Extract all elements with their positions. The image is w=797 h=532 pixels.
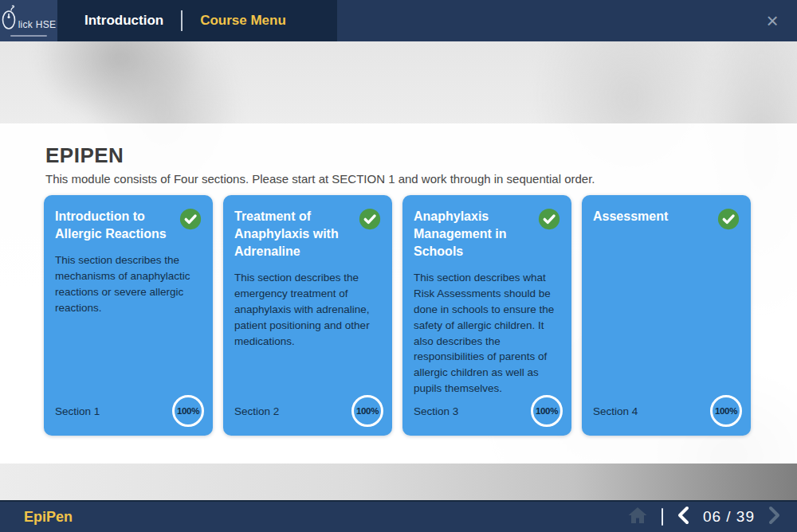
page-title: EPIPEN <box>45 143 124 168</box>
section-card-1[interactable]: Introduction to Allergic Reactions This … <box>44 195 213 436</box>
close-icon: × <box>766 10 778 31</box>
progress-value: 100% <box>356 406 379 416</box>
section-card-2[interactable]: Treatment of Anaphylaxis with Adrenaline… <box>223 195 392 436</box>
section-label: Section 3 <box>414 405 458 417</box>
page-subtitle: This module consists of Four sections. P… <box>45 172 595 186</box>
computer-mouse-icon <box>2 5 18 33</box>
chevron-left-icon <box>677 506 689 528</box>
header-spacer <box>337 0 748 41</box>
close-button[interactable]: × <box>748 0 797 41</box>
check-circle-icon <box>717 208 740 230</box>
top-bar: lick HSE Introduction Course Menu × <box>0 0 797 41</box>
progress-value: 100% <box>536 406 558 416</box>
home-icon <box>627 506 648 528</box>
course-label: EpiPen <box>24 509 73 526</box>
logo-text: lick HSE <box>18 19 57 33</box>
header-tabs: Introduction Course Menu <box>57 0 337 41</box>
card-title: Treatment of Anaphylaxis with Adrenaline <box>234 208 355 260</box>
card-title: Assessment <box>593 208 714 225</box>
progress-badge: 100% <box>710 395 742 427</box>
bottom-bar: EpiPen 06 / 39 <box>0 500 797 532</box>
previous-page-button[interactable] <box>677 506 689 528</box>
progress-badge: 100% <box>531 395 563 427</box>
card-title: Introduction to Allergic Reactions <box>55 208 176 243</box>
card-description: This section describes the emergency tre… <box>234 270 381 349</box>
next-page-button[interactable] <box>768 506 781 528</box>
check-circle-icon <box>538 208 560 230</box>
tab-introduction[interactable]: Introduction <box>67 13 181 29</box>
home-button[interactable] <box>627 506 648 528</box>
check-circle-icon <box>359 208 381 230</box>
section-label: Section 4 <box>593 405 638 417</box>
section-label: Section 2 <box>234 405 279 417</box>
logo-tagline <box>10 35 47 37</box>
section-cards: Introduction to Allergic Reactions This … <box>44 195 751 436</box>
card-description: This section describes the mechanisms of… <box>55 252 202 315</box>
tab-divider <box>181 10 183 31</box>
progress-value: 100% <box>715 406 737 416</box>
check-circle-icon <box>179 208 202 230</box>
section-label: Section 1 <box>55 405 100 417</box>
footer-divider <box>662 508 663 526</box>
card-description: This section describes what Risk Assessm… <box>414 270 560 397</box>
card-title: Anaphylaxis Management in Schools <box>414 208 535 260</box>
tab-course-menu[interactable]: Course Menu <box>183 13 304 29</box>
progress-badge: 100% <box>351 395 383 427</box>
progress-badge: 100% <box>172 395 204 427</box>
click-hse-logo: lick HSE <box>0 0 57 41</box>
section-card-4[interactable]: Assessment Section 4 100% <box>582 195 751 436</box>
section-card-3[interactable]: Anaphylaxis Management in Schools This s… <box>402 195 571 436</box>
chevron-right-icon <box>768 506 781 528</box>
page-indicator: 06 / 39 <box>703 508 755 526</box>
background-photo-bottom-strip <box>0 464 797 500</box>
progress-value: 100% <box>177 406 199 416</box>
